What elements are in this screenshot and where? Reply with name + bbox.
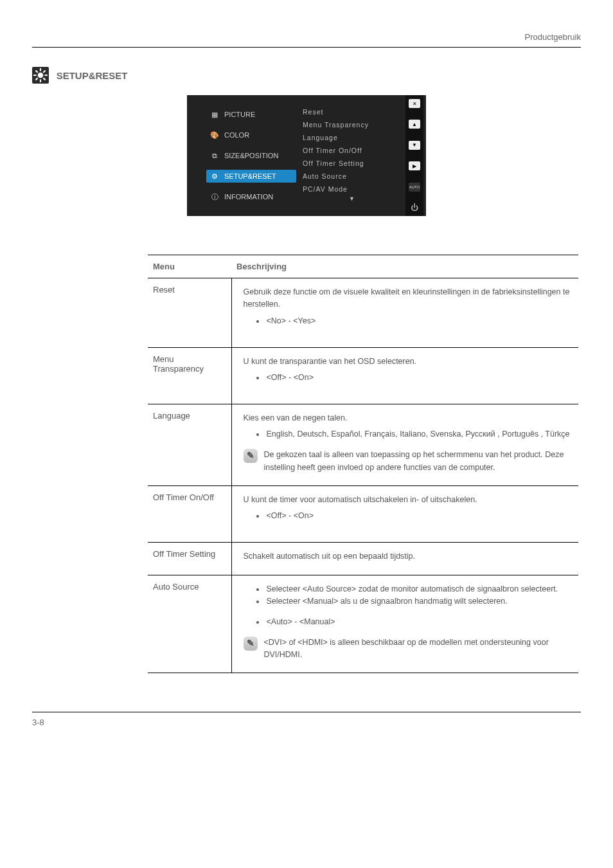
osd-item-label: SETUP&RESET <box>224 172 276 180</box>
menu-cell: Auto Source <box>148 575 231 673</box>
osd-item-information[interactable]: ⓘ INFORMATION <box>206 190 296 203</box>
desc-cell: U kunt de transparantie van het OSD sele… <box>231 347 578 404</box>
osd-left-menu: ▦ PICTURE 🎨 COLOR ⧉ SIZE&POSITION ⚙ SETU… <box>187 95 296 216</box>
options-list: <Off> - <On> <box>244 372 571 384</box>
page-header: Productgebruik <box>32 32 581 48</box>
desc-text: Selecteer <Auto Source> zodat de monitor… <box>265 583 571 595</box>
options-list: <No> - <Yes> <box>244 315 571 327</box>
menu-cell: Off Timer On/Off <box>148 485 231 542</box>
desc-text: Selecteer <Manual> als u de signaalbron … <box>265 595 571 608</box>
picture-icon: ▦ <box>210 110 219 119</box>
note-text: <DVI> of <HDMI> is alleen beschikbaar op… <box>264 637 571 662</box>
osd-sub-item[interactable]: Auto Source <box>303 172 402 180</box>
osd-sub-item[interactable]: Reset <box>303 108 402 116</box>
table-row: Off Timer On/Off U kunt de timer voor au… <box>148 485 578 542</box>
color-icon: 🎨 <box>210 131 219 140</box>
note: ✎ <DVI> of <HDMI> is alleen beschikbaar … <box>244 637 571 662</box>
svg-point-0 <box>38 73 44 78</box>
table-row: Auto Source Selecteer <Auto Source> zoda… <box>148 575 578 673</box>
desc-text: U kunt de timer voor automatisch uitscha… <box>244 494 571 506</box>
note: ✎ De gekozen taal is alleen van toepassi… <box>244 449 571 474</box>
setup-icon: ⚙ <box>210 172 219 181</box>
osd-sub-item[interactable]: Menu Trasparency <box>303 121 402 129</box>
up-icon[interactable]: ▲ <box>409 120 420 129</box>
size-icon: ⧉ <box>210 151 219 160</box>
page-footer: 3-8 <box>32 712 581 727</box>
note-icon: ✎ <box>244 637 258 651</box>
option-item: <Off> - <On> <box>265 372 571 384</box>
desc-cell: Gebruik deze functie om de visuele kwali… <box>231 278 578 348</box>
table-row: Off Timer Setting Schakelt automatisch u… <box>148 543 578 575</box>
osd-item-color[interactable]: 🎨 COLOR <box>206 129 296 141</box>
menu-cell: Off Timer Setting <box>148 543 231 575</box>
settings-table: Menu Beschrijving Reset Gebruik deze fun… <box>148 255 578 673</box>
osd-panel: ▦ PICTURE 🎨 COLOR ⧉ SIZE&POSITION ⚙ SETU… <box>187 95 426 216</box>
osd-side-buttons: ✕ ▲ ▼ ▶ AUTO ⏻ <box>405 95 423 216</box>
desc-cell: U kunt de timer voor automatisch uitscha… <box>231 485 578 542</box>
osd-item-label: PICTURE <box>224 111 255 118</box>
down-icon[interactable]: ▼ <box>409 141 420 150</box>
svg-line-6 <box>43 78 45 80</box>
table-header-row: Menu Beschrijving <box>148 255 578 278</box>
svg-line-7 <box>35 78 37 80</box>
osd-item-picture[interactable]: ▦ PICTURE <box>206 108 296 121</box>
table-row: Reset Gebruik deze functie om de visuele… <box>148 278 578 348</box>
osd-item-label: COLOR <box>224 131 249 139</box>
section-heading-row: SETUP&RESET <box>32 67 581 84</box>
osd-sub-item[interactable]: Off Timer On/Off <box>303 147 402 154</box>
chevron-down-icon: ▼ <box>303 195 402 202</box>
note-text: De gekozen taal is alleen van toepassing… <box>264 449 571 474</box>
desc-cell: Schakelt automatisch uit op een bepaald … <box>231 543 578 575</box>
desc-text: U kunt de transparantie van het OSD sele… <box>244 356 571 368</box>
auto-button[interactable]: AUTO <box>409 183 420 192</box>
header-menu: Menu <box>148 255 231 278</box>
page-number: 3-8 <box>32 718 44 727</box>
table-row: Menu Transparency U kunt de transparanti… <box>148 347 578 404</box>
option-item: <Off> - <On> <box>265 510 571 522</box>
option-item: <No> - <Yes> <box>265 315 571 327</box>
osd-item-label: SIZE&POSITION <box>224 152 278 159</box>
desc-text: Gebruik deze functie om de visuele kwali… <box>244 286 571 311</box>
header-title: Productgebruik <box>525 32 581 42</box>
menu-cell: Language <box>148 404 231 485</box>
desc-text: Schakelt automatisch uit op een bepaald … <box>244 550 571 563</box>
menu-cell: Reset <box>148 278 231 348</box>
desc-text: Kies een van de negen talen. <box>244 412 571 424</box>
options-list: <Auto> - <Manual> <box>244 616 571 628</box>
osd-sub-item[interactable]: Language <box>303 134 402 141</box>
osd-item-size[interactable]: ⧉ SIZE&POSITION <box>206 149 296 162</box>
close-icon[interactable]: ✕ <box>409 99 420 108</box>
options-list: English, Deutsch, Español, Français, Ita… <box>244 428 571 440</box>
svg-line-8 <box>43 70 45 72</box>
osd-screenshot: ▦ PICTURE 🎨 COLOR ⧉ SIZE&POSITION ⚙ SETU… <box>32 95 581 216</box>
power-icon[interactable]: ⏻ <box>409 203 420 212</box>
right-icon[interactable]: ▶ <box>409 161 420 170</box>
section-title: SETUP&RESET <box>57 70 128 81</box>
desc-list: Selecteer <Auto Source> zodat de monitor… <box>244 583 571 608</box>
menu-cell: Menu Transparency <box>148 347 231 404</box>
osd-sub-item[interactable]: Off Timer Setting <box>303 159 402 167</box>
table-row: Language Kies een van de negen talen. En… <box>148 404 578 485</box>
osd-item-setup[interactable]: ⚙ SETUP&RESET <box>206 170 296 183</box>
desc-cell: Kies een van de negen talen. English, De… <box>231 404 578 485</box>
osd-right-submenu: Reset Menu Trasparency Language Off Time… <box>296 95 405 216</box>
option-item: English, Deutsch, Español, Français, Ita… <box>265 428 571 440</box>
info-icon: ⓘ <box>210 192 219 201</box>
note-icon: ✎ <box>244 449 258 463</box>
header-desc: Beschrijving <box>231 255 578 278</box>
options-list: <Off> - <On> <box>244 510 571 522</box>
gear-icon <box>32 67 49 84</box>
svg-line-5 <box>35 70 37 72</box>
desc-cell: Selecteer <Auto Source> zodat de monitor… <box>231 575 578 673</box>
option-item: <Auto> - <Manual> <box>265 616 571 628</box>
osd-item-label: INFORMATION <box>224 193 273 201</box>
osd-sub-item[interactable]: PC/AV Mode <box>303 185 402 193</box>
